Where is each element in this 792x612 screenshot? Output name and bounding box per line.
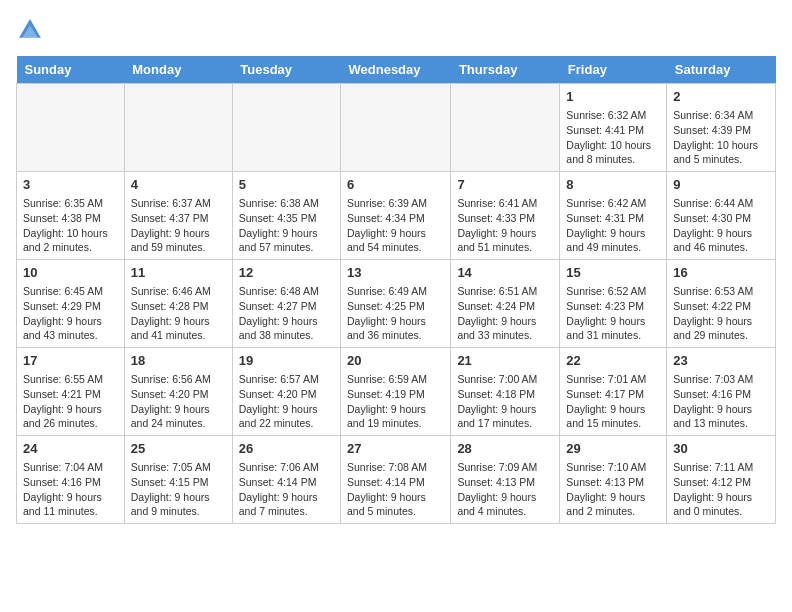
day-number: 17 [23,352,118,370]
day-number: 10 [23,264,118,282]
calendar-day-cell: 30Sunrise: 7:11 AMSunset: 4:12 PMDayligh… [667,436,776,524]
day-info: Sunrise: 7:05 AMSunset: 4:15 PMDaylight:… [131,461,211,517]
day-info: Sunrise: 6:35 AMSunset: 4:38 PMDaylight:… [23,197,108,253]
day-number: 15 [566,264,660,282]
day-info: Sunrise: 6:55 AMSunset: 4:21 PMDaylight:… [23,373,103,429]
calendar-header-row: SundayMondayTuesdayWednesdayThursdayFrid… [17,56,776,84]
calendar-day-cell: 11Sunrise: 6:46 AMSunset: 4:28 PMDayligh… [124,260,232,348]
day-info: Sunrise: 6:51 AMSunset: 4:24 PMDaylight:… [457,285,537,341]
day-number: 13 [347,264,444,282]
day-number: 5 [239,176,334,194]
day-info: Sunrise: 7:03 AMSunset: 4:16 PMDaylight:… [673,373,753,429]
day-info: Sunrise: 6:42 AMSunset: 4:31 PMDaylight:… [566,197,646,253]
day-info: Sunrise: 7:01 AMSunset: 4:17 PMDaylight:… [566,373,646,429]
day-number: 2 [673,88,769,106]
calendar-day-cell: 24Sunrise: 7:04 AMSunset: 4:16 PMDayligh… [17,436,125,524]
calendar-table: SundayMondayTuesdayWednesdayThursdayFrid… [16,56,776,524]
calendar-week-row: 24Sunrise: 7:04 AMSunset: 4:16 PMDayligh… [17,436,776,524]
calendar-day-cell: 18Sunrise: 6:56 AMSunset: 4:20 PMDayligh… [124,348,232,436]
calendar-day-cell: 5Sunrise: 6:38 AMSunset: 4:35 PMDaylight… [232,172,340,260]
day-number: 8 [566,176,660,194]
day-info: Sunrise: 6:46 AMSunset: 4:28 PMDaylight:… [131,285,211,341]
day-info: Sunrise: 6:57 AMSunset: 4:20 PMDaylight:… [239,373,319,429]
day-number: 27 [347,440,444,458]
day-number: 6 [347,176,444,194]
calendar-day-cell: 16Sunrise: 6:53 AMSunset: 4:22 PMDayligh… [667,260,776,348]
day-info: Sunrise: 6:53 AMSunset: 4:22 PMDaylight:… [673,285,753,341]
calendar-day-cell: 3Sunrise: 6:35 AMSunset: 4:38 PMDaylight… [17,172,125,260]
day-info: Sunrise: 7:10 AMSunset: 4:13 PMDaylight:… [566,461,646,517]
day-of-week-header: Saturday [667,56,776,84]
calendar-day-cell: 8Sunrise: 6:42 AMSunset: 4:31 PMDaylight… [560,172,667,260]
calendar-day-cell: 12Sunrise: 6:48 AMSunset: 4:27 PMDayligh… [232,260,340,348]
calendar-day-cell: 28Sunrise: 7:09 AMSunset: 4:13 PMDayligh… [451,436,560,524]
calendar-week-row: 1Sunrise: 6:32 AMSunset: 4:41 PMDaylight… [17,84,776,172]
day-of-week-header: Thursday [451,56,560,84]
day-number: 3 [23,176,118,194]
calendar-day-cell: 2Sunrise: 6:34 AMSunset: 4:39 PMDaylight… [667,84,776,172]
calendar-day-cell: 10Sunrise: 6:45 AMSunset: 4:29 PMDayligh… [17,260,125,348]
day-number: 16 [673,264,769,282]
calendar-day-cell: 13Sunrise: 6:49 AMSunset: 4:25 PMDayligh… [341,260,451,348]
day-of-week-header: Wednesday [341,56,451,84]
day-info: Sunrise: 6:49 AMSunset: 4:25 PMDaylight:… [347,285,427,341]
day-number: 26 [239,440,334,458]
calendar-day-cell: 4Sunrise: 6:37 AMSunset: 4:37 PMDaylight… [124,172,232,260]
day-info: Sunrise: 6:56 AMSunset: 4:20 PMDaylight:… [131,373,211,429]
day-info: Sunrise: 6:32 AMSunset: 4:41 PMDaylight:… [566,109,651,165]
calendar-day-cell: 25Sunrise: 7:05 AMSunset: 4:15 PMDayligh… [124,436,232,524]
day-info: Sunrise: 6:45 AMSunset: 4:29 PMDaylight:… [23,285,103,341]
calendar-day-cell: 19Sunrise: 6:57 AMSunset: 4:20 PMDayligh… [232,348,340,436]
day-number: 4 [131,176,226,194]
calendar-day-cell: 9Sunrise: 6:44 AMSunset: 4:30 PMDaylight… [667,172,776,260]
day-number: 12 [239,264,334,282]
calendar-day-cell: 23Sunrise: 7:03 AMSunset: 4:16 PMDayligh… [667,348,776,436]
day-info: Sunrise: 6:37 AMSunset: 4:37 PMDaylight:… [131,197,211,253]
calendar-day-cell: 17Sunrise: 6:55 AMSunset: 4:21 PMDayligh… [17,348,125,436]
day-of-week-header: Sunday [17,56,125,84]
calendar-day-cell: 27Sunrise: 7:08 AMSunset: 4:14 PMDayligh… [341,436,451,524]
calendar-day-cell: 14Sunrise: 6:51 AMSunset: 4:24 PMDayligh… [451,260,560,348]
logo [16,16,48,44]
page-header [16,16,776,44]
day-info: Sunrise: 6:41 AMSunset: 4:33 PMDaylight:… [457,197,537,253]
logo-icon [16,16,44,44]
day-number: 11 [131,264,226,282]
calendar-day-cell: 22Sunrise: 7:01 AMSunset: 4:17 PMDayligh… [560,348,667,436]
day-info: Sunrise: 7:11 AMSunset: 4:12 PMDaylight:… [673,461,753,517]
day-number: 23 [673,352,769,370]
day-of-week-header: Friday [560,56,667,84]
day-number: 30 [673,440,769,458]
day-info: Sunrise: 7:09 AMSunset: 4:13 PMDaylight:… [457,461,537,517]
calendar-day-cell [124,84,232,172]
day-info: Sunrise: 7:04 AMSunset: 4:16 PMDaylight:… [23,461,103,517]
day-info: Sunrise: 6:44 AMSunset: 4:30 PMDaylight:… [673,197,753,253]
calendar-day-cell [341,84,451,172]
day-number: 21 [457,352,553,370]
day-info: Sunrise: 6:48 AMSunset: 4:27 PMDaylight:… [239,285,319,341]
day-number: 29 [566,440,660,458]
calendar-day-cell: 1Sunrise: 6:32 AMSunset: 4:41 PMDaylight… [560,84,667,172]
calendar-day-cell: 7Sunrise: 6:41 AMSunset: 4:33 PMDaylight… [451,172,560,260]
day-number: 14 [457,264,553,282]
day-number: 18 [131,352,226,370]
day-number: 28 [457,440,553,458]
day-of-week-header: Tuesday [232,56,340,84]
day-info: Sunrise: 6:39 AMSunset: 4:34 PMDaylight:… [347,197,427,253]
day-info: Sunrise: 7:06 AMSunset: 4:14 PMDaylight:… [239,461,319,517]
day-number: 1 [566,88,660,106]
calendar-day-cell: 20Sunrise: 6:59 AMSunset: 4:19 PMDayligh… [341,348,451,436]
calendar-week-row: 17Sunrise: 6:55 AMSunset: 4:21 PMDayligh… [17,348,776,436]
day-info: Sunrise: 6:52 AMSunset: 4:23 PMDaylight:… [566,285,646,341]
day-info: Sunrise: 6:34 AMSunset: 4:39 PMDaylight:… [673,109,758,165]
calendar-day-cell: 26Sunrise: 7:06 AMSunset: 4:14 PMDayligh… [232,436,340,524]
calendar-day-cell: 21Sunrise: 7:00 AMSunset: 4:18 PMDayligh… [451,348,560,436]
calendar-week-row: 3Sunrise: 6:35 AMSunset: 4:38 PMDaylight… [17,172,776,260]
calendar-day-cell [451,84,560,172]
day-number: 9 [673,176,769,194]
calendar-day-cell: 29Sunrise: 7:10 AMSunset: 4:13 PMDayligh… [560,436,667,524]
calendar-week-row: 10Sunrise: 6:45 AMSunset: 4:29 PMDayligh… [17,260,776,348]
day-number: 19 [239,352,334,370]
day-info: Sunrise: 6:38 AMSunset: 4:35 PMDaylight:… [239,197,319,253]
calendar-day-cell [17,84,125,172]
